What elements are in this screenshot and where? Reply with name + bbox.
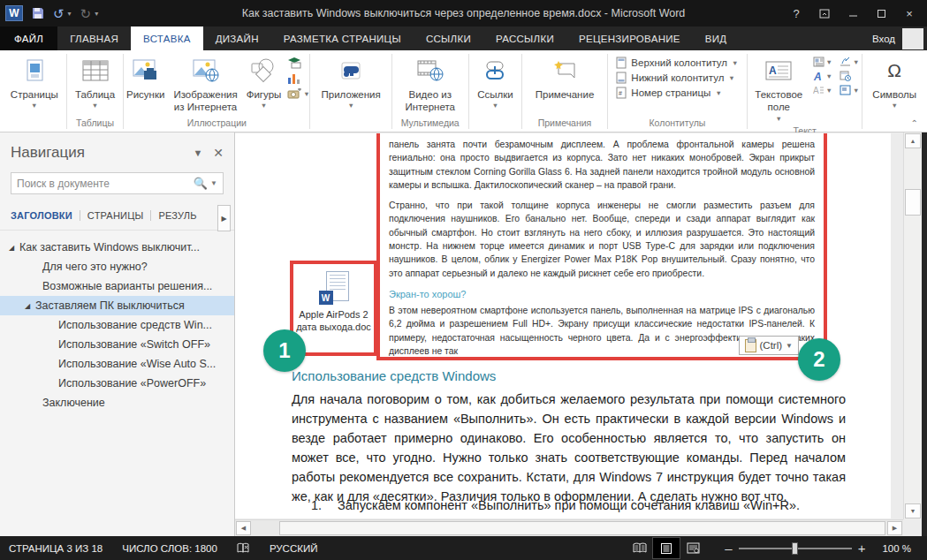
online-video-button[interactable]: Видео из Интернета	[393, 53, 467, 116]
word-document-icon[interactable]: W	[319, 271, 349, 306]
group-label-media: Мультимедиа	[393, 117, 467, 132]
read-mode-icon[interactable]	[627, 538, 653, 558]
ribbon-display-options-button[interactable]	[812, 4, 837, 23]
search-dropdown-icon[interactable]: ▼	[210, 179, 217, 187]
help-button[interactable]: ?	[784, 4, 809, 23]
minimize-button[interactable]	[840, 4, 865, 23]
dropdown-arrow-icon: ▼	[776, 115, 782, 123]
shapes-button[interactable]: Фигуры ▼	[242, 53, 286, 112]
chart-button[interactable]	[287, 72, 309, 85]
close-button[interactable]: ×	[897, 4, 922, 23]
ribbon-group-apps: Приложения ▼	[311, 51, 391, 132]
search-icon[interactable]: 🔍	[194, 177, 208, 190]
nav-heading-item[interactable]: Заключение	[0, 393, 234, 412]
nav-tab-headings[interactable]: ЗАГОЛОВКИ	[11, 210, 80, 221]
vertical-scrollbar[interactable]: ▲ ▼	[903, 132, 922, 519]
tab-page-layout[interactable]: РАЗМЕТКА СТРАНИЦЫ	[271, 26, 414, 50]
smartart-button[interactable]	[287, 57, 309, 69]
print-layout-icon[interactable]	[653, 538, 680, 558]
pictures-button[interactable]: Рисунки	[122, 53, 169, 102]
maximize-button[interactable]	[869, 4, 893, 23]
nav-tab-pages[interactable]: СТРАНИЦЫ	[87, 210, 151, 221]
collapse-triangle-icon[interactable]: ◢	[25, 302, 35, 310]
links-button[interactable]: Ссылки ▼	[473, 53, 518, 112]
collapse-ribbon-icon[interactable]: ⌃	[911, 118, 918, 128]
text-mini-buttons: ▼ ▼ A ▼ A ▼	[809, 53, 862, 95]
wordart-button[interactable]: A ▼	[813, 71, 832, 81]
comment-button[interactable]: Примечание	[531, 53, 599, 102]
ribbon-tab-row: ФАЙЛ ГЛАВНАЯ ВСТАВКА ДИЗАЙН РАЗМЕТКА СТР…	[0, 26, 927, 50]
scroll-left-icon[interactable]: ◀	[236, 521, 251, 535]
quick-access-toolbar: W ↺▾ ↻ ▾	[5, 5, 98, 21]
zoom-level[interactable]: 100 %	[882, 543, 911, 554]
nav-options-dropdown-icon[interactable]: ▼	[193, 148, 202, 158]
tab-references[interactable]: ССЫЛКИ	[414, 26, 483, 50]
scroll-up-icon[interactable]: ▲	[905, 133, 921, 148]
zoom-in-button[interactable]: +	[852, 541, 872, 556]
collapse-triangle-icon[interactable]: ◢	[9, 244, 19, 252]
footer-button[interactable]: Нижний колонтитул ▼	[616, 72, 738, 84]
paste-options-button[interactable]: (Ctrl) ▼	[739, 336, 799, 355]
zoom-slider[interactable]	[739, 548, 852, 549]
callout-badge-2: 2	[798, 338, 840, 381]
proofing-errors-icon[interactable]	[237, 542, 250, 554]
horizontal-scrollbar[interactable]: ◀ ▶	[235, 519, 903, 536]
nav-tab-results[interactable]: РЕЗУЛЬ	[158, 210, 197, 221]
table-button[interactable]: Таблица ▼	[71, 53, 119, 112]
tab-home[interactable]: ГЛАВНАЯ	[57, 26, 131, 50]
avatar-icon	[902, 28, 923, 49]
textbox-button[interactable]: A Текстовое поле ▼	[748, 53, 809, 125]
nav-heading-item[interactable]: Использование «Wise Auto S...	[0, 354, 234, 374]
sign-in-area[interactable]: Вход	[872, 26, 927, 50]
online-video-icon	[416, 55, 445, 87]
tab-review[interactable]: РЕЦЕНЗИРОВАНИЕ	[566, 26, 693, 50]
dropdown-arrow-icon: ▼	[732, 59, 738, 67]
tab-mailings[interactable]: РАССЫЛКИ	[483, 26, 566, 50]
header-button[interactable]: Верхний колонтитул ▼	[616, 57, 738, 69]
symbols-button[interactable]: Ω Символы ▼	[868, 53, 921, 112]
vertical-scroll-thumb[interactable]	[905, 189, 921, 216]
zoom-out-button[interactable]: –	[718, 541, 738, 556]
web-layout-icon[interactable]	[680, 538, 706, 558]
undo-dropdown-icon[interactable]: ▾	[68, 10, 72, 18]
date-time-button[interactable]	[840, 71, 859, 81]
zoom-slider-thumb[interactable]	[792, 542, 798, 555]
pictures-icon	[132, 55, 160, 87]
nav-heading-item[interactable]: Использование «PowerOFF»	[0, 374, 234, 393]
drop-cap-button[interactable]: A ▼	[813, 85, 832, 95]
scroll-right-icon[interactable]: ▶	[887, 521, 902, 535]
tab-file[interactable]: ФАЙЛ	[0, 26, 57, 50]
tab-view[interactable]: ВИД	[693, 26, 740, 50]
screenshot-button[interactable]: ▼	[287, 88, 309, 99]
group-label-tables: Таблицы	[68, 117, 123, 132]
tab-insert[interactable]: ВСТАВКА	[131, 26, 203, 50]
apps-button[interactable]: Приложения ▼	[316, 53, 384, 112]
online-pictures-button[interactable]: Изображения из Интернета	[169, 53, 241, 116]
language-indicator[interactable]: РУССКИЙ	[270, 543, 318, 554]
nav-heading-item-selected[interactable]: ◢Заставляем ПК выключиться	[0, 296, 234, 315]
nav-heading-item[interactable]: Для чего это нужно?	[0, 257, 234, 276]
signature-line-button[interactable]: ▼	[840, 57, 859, 67]
object-button[interactable]: ▼	[840, 85, 859, 95]
nav-heading-item[interactable]: ◢Как заставить Windows выключит...	[0, 238, 234, 257]
nav-tabs-overflow-button[interactable]: ▶	[217, 205, 231, 231]
scroll-down-icon[interactable]: ▼	[905, 503, 921, 518]
page-number-button[interactable]: # Номер страницы ▼	[616, 87, 738, 99]
title-bar: W ↺▾ ↻ ▾ Как заставить Windows выключить…	[0, 0, 927, 26]
dropdown-arrow-icon: ▼	[92, 102, 98, 110]
qat-customize-icon[interactable]: ▾	[95, 10, 98, 18]
tab-design[interactable]: ДИЗАЙН	[203, 26, 271, 50]
horizontal-scroll-thumb[interactable]	[279, 521, 885, 535]
save-icon[interactable]	[32, 7, 44, 19]
undo-icon[interactable]: ↺	[53, 7, 65, 20]
word-count[interactable]: ЧИСЛО СЛОВ: 1800	[122, 543, 217, 554]
document-page[interactable]: панель занята почти безрамочным дисплеем…	[235, 133, 891, 518]
quick-parts-button[interactable]: ▼	[813, 57, 832, 67]
page-indicator[interactable]: СТРАНИЦА 3 ИЗ 18	[9, 543, 103, 554]
nav-heading-item[interactable]: Возможные варианты решения...	[0, 276, 234, 296]
nav-heading-item[interactable]: Использование «Switch OFF»	[0, 335, 234, 354]
pages-button[interactable]: Страницы ▼	[6, 53, 63, 112]
search-input[interactable]	[17, 178, 191, 190]
nav-heading-item[interactable]: Использование средств Win...	[0, 315, 234, 335]
nav-close-icon[interactable]: ✕	[213, 146, 224, 160]
